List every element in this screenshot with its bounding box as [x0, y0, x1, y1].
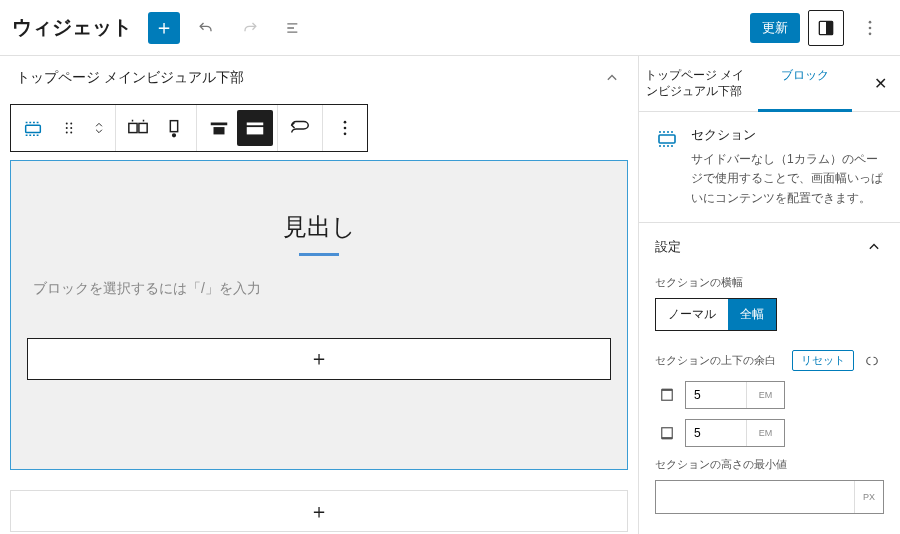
editor-canvas: トップページ メインビジュアル下部	[0, 56, 638, 534]
chevron-up-icon	[864, 237, 884, 257]
svg-point-8	[66, 127, 68, 129]
svg-rect-18	[247, 123, 264, 126]
spacing-reset-button[interactable]: リセット	[792, 350, 854, 371]
block-description: サイドバーなし（1カラム）のページで使用することで、画面幅いっぱいにコンテンツを…	[691, 150, 884, 208]
block-appender[interactable]: ＋	[27, 338, 611, 380]
heading-underline	[299, 253, 339, 256]
minheight-unit[interactable]: PX	[854, 481, 883, 513]
spacing-top-input[interactable]: EM	[685, 381, 785, 409]
block-toolbar	[10, 104, 368, 152]
svg-point-9	[70, 127, 72, 129]
block-name: セクション	[691, 126, 884, 144]
update-button[interactable]: 更新	[750, 13, 800, 43]
more-options-button[interactable]	[852, 10, 888, 46]
settings-sidebar: トップページ メインビジュアル下部 ブロック ✕ セクション サイドバーなし（1…	[638, 56, 900, 534]
svg-rect-25	[662, 428, 673, 439]
panel-settings-header[interactable]: 設定	[639, 223, 900, 271]
heading-block[interactable]: 見出し	[27, 211, 611, 256]
svg-rect-14	[170, 121, 177, 132]
spacing-bottom-icon	[657, 423, 677, 443]
spacing-top-value[interactable]	[686, 382, 746, 408]
undo-button[interactable]	[188, 10, 224, 46]
align-full-button[interactable]	[237, 110, 273, 146]
panel-body: セクションの横幅 ノーマル 全幅 セクションの上下の余白 リセット EM	[639, 271, 900, 528]
svg-point-3	[869, 26, 872, 29]
widget-area-header[interactable]: トップページ メインビジュアル下部	[0, 56, 638, 100]
content-width-button[interactable]	[120, 110, 156, 146]
move-buttons[interactable]	[87, 110, 111, 146]
svg-rect-12	[129, 123, 137, 132]
block-appender-2[interactable]: ＋	[10, 490, 628, 532]
svg-point-2	[869, 20, 872, 23]
redo-button[interactable]	[232, 10, 268, 46]
svg-point-11	[70, 132, 72, 134]
spacing-top-unit[interactable]: EM	[746, 382, 784, 408]
svg-point-20	[344, 121, 347, 124]
width-full[interactable]: 全幅	[728, 299, 776, 330]
svg-rect-17	[214, 127, 225, 134]
drag-handle[interactable]	[51, 110, 87, 146]
top-bar: ウィジェット ＋ 更新	[0, 0, 900, 56]
svg-point-6	[66, 123, 68, 125]
section-icon	[655, 126, 679, 150]
block-card: セクション サイドバーなし（1カラム）のページで使用することで、画面幅いっぱいに…	[639, 112, 900, 223]
settings-toggle-button[interactable]	[808, 10, 844, 46]
tab-block[interactable]: ブロック	[750, 56, 861, 111]
svg-rect-13	[139, 123, 147, 132]
minheight-input[interactable]: PX	[655, 480, 884, 514]
block-type-button[interactable]	[15, 110, 51, 146]
list-view-button[interactable]	[276, 10, 312, 46]
spacing-label: セクションの上下の余白	[655, 353, 786, 368]
block-more-button[interactable]	[327, 110, 363, 146]
insert-block-button[interactable]: ＋	[148, 12, 180, 44]
tab-widget-area[interactable]: トップページ メインビジュアル下部	[639, 56, 750, 111]
width-segmented: ノーマル 全幅	[655, 298, 777, 331]
svg-rect-5	[26, 125, 41, 132]
svg-point-7	[70, 123, 72, 125]
svg-rect-16	[211, 123, 228, 126]
paragraph-placeholder[interactable]: ブロックを選択するには「/」を入力	[27, 280, 611, 298]
svg-rect-23	[659, 135, 675, 143]
heading-text: 見出し	[27, 211, 611, 243]
minheight-value[interactable]	[656, 481, 854, 513]
svg-point-10	[66, 132, 68, 134]
width-normal[interactable]: ノーマル	[656, 299, 728, 330]
link-sides-button[interactable]	[860, 349, 884, 373]
svg-rect-19	[247, 127, 264, 134]
svg-point-15	[173, 134, 176, 137]
width-label: セクションの横幅	[655, 275, 884, 290]
section-block[interactable]: 見出し ブロックを選択するには「/」を入力 ＋	[10, 160, 628, 470]
minheight-label: セクションの高さの最小値	[655, 457, 884, 472]
svg-rect-24	[662, 390, 673, 401]
svg-point-22	[344, 133, 347, 136]
align-button[interactable]	[156, 110, 192, 146]
svg-point-4	[869, 32, 872, 35]
spacing-top-icon	[657, 385, 677, 405]
spacing-bottom-unit[interactable]: EM	[746, 420, 784, 446]
svg-point-21	[344, 127, 347, 130]
transform-button[interactable]	[282, 110, 318, 146]
chevron-up-icon	[602, 68, 622, 88]
widget-area-name: トップページ メインビジュアル下部	[16, 69, 244, 87]
panel-settings-label: 設定	[655, 238, 681, 256]
close-sidebar-button[interactable]: ✕	[860, 56, 900, 111]
page-title: ウィジェット	[12, 14, 132, 41]
svg-rect-1	[826, 21, 833, 34]
spacing-bottom-value[interactable]	[686, 420, 746, 446]
align-wide-button[interactable]	[201, 110, 237, 146]
spacing-bottom-input[interactable]: EM	[685, 419, 785, 447]
sidebar-tabs: トップページ メインビジュアル下部 ブロック ✕	[639, 56, 900, 112]
